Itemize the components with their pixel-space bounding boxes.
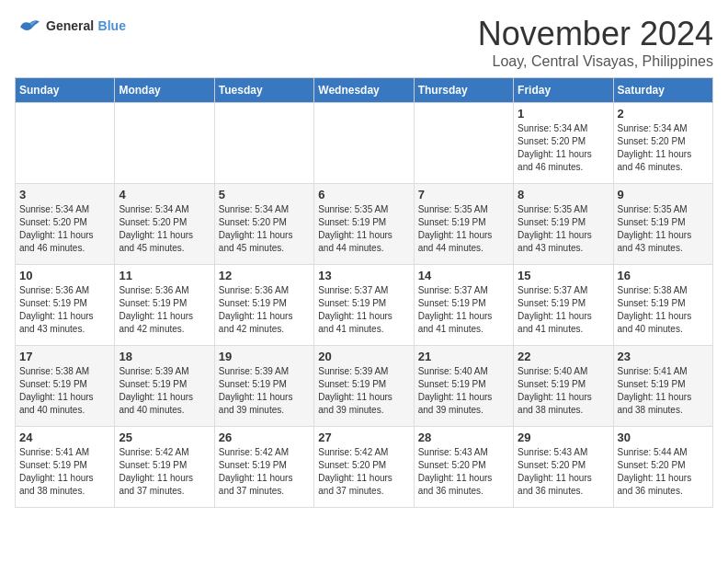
day-number: 16 [618,269,709,282]
cell-info: Sunrise: 5:42 AM Sunset: 5:20 PM Dayligh… [318,446,409,498]
calendar-cell: 8Sunrise: 5:35 AM Sunset: 5:19 PM Daylig… [514,184,613,265]
calendar-cell: 29Sunrise: 5:43 AM Sunset: 5:20 PM Dayli… [514,427,613,508]
calendar-cell: 6Sunrise: 5:35 AM Sunset: 5:19 PM Daylig… [314,184,414,265]
page-header: General Blue November 2024 Loay, Central… [15,15,713,70]
cell-info: Sunrise: 5:36 AM Sunset: 5:19 PM Dayligh… [119,284,210,336]
calendar-cell: 3Sunrise: 5:34 AM Sunset: 5:20 PM Daylig… [16,184,115,265]
day-number: 29 [518,431,609,444]
day-number: 12 [219,269,310,282]
day-number: 13 [318,269,409,282]
day-number: 5 [219,188,310,201]
calendar-cell [16,103,115,184]
cell-info: Sunrise: 5:38 AM Sunset: 5:19 PM Dayligh… [19,365,110,417]
cell-info: Sunrise: 5:40 AM Sunset: 5:19 PM Dayligh… [418,365,509,417]
day-number: 17 [19,350,110,363]
cell-info: Sunrise: 5:35 AM Sunset: 5:19 PM Dayligh… [318,203,409,255]
cell-info: Sunrise: 5:43 AM Sunset: 5:20 PM Dayligh… [418,446,509,498]
calendar-week-row: 1Sunrise: 5:34 AM Sunset: 5:20 PM Daylig… [16,103,713,184]
weekday-header: Friday [514,78,613,103]
cell-info: Sunrise: 5:43 AM Sunset: 5:20 PM Dayligh… [518,446,609,498]
calendar-cell: 26Sunrise: 5:42 AM Sunset: 5:19 PM Dayli… [214,427,313,508]
calendar-cell: 7Sunrise: 5:35 AM Sunset: 5:19 PM Daylig… [414,184,513,265]
calendar-cell: 22Sunrise: 5:40 AM Sunset: 5:19 PM Dayli… [514,346,613,427]
calendar-cell: 19Sunrise: 5:39 AM Sunset: 5:19 PM Dayli… [214,346,313,427]
calendar-cell: 30Sunrise: 5:44 AM Sunset: 5:20 PM Dayli… [613,427,712,508]
cell-info: Sunrise: 5:34 AM Sunset: 5:20 PM Dayligh… [618,122,709,174]
cell-info: Sunrise: 5:34 AM Sunset: 5:20 PM Dayligh… [219,203,310,255]
calendar-cell [115,103,214,184]
calendar-week-row: 17Sunrise: 5:38 AM Sunset: 5:19 PM Dayli… [16,346,713,427]
day-number: 21 [418,350,509,363]
calendar-cell: 9Sunrise: 5:35 AM Sunset: 5:19 PM Daylig… [613,184,712,265]
cell-info: Sunrise: 5:37 AM Sunset: 5:19 PM Dayligh… [418,284,509,336]
calendar-cell: 14Sunrise: 5:37 AM Sunset: 5:19 PM Dayli… [414,265,513,346]
day-number: 20 [318,350,409,363]
calendar-cell: 12Sunrise: 5:36 AM Sunset: 5:19 PM Dayli… [214,265,313,346]
cell-info: Sunrise: 5:37 AM Sunset: 5:19 PM Dayligh… [318,284,409,336]
cell-info: Sunrise: 5:39 AM Sunset: 5:19 PM Dayligh… [119,365,210,417]
calendar-cell: 23Sunrise: 5:41 AM Sunset: 5:19 PM Dayli… [613,346,712,427]
day-number: 26 [219,431,310,444]
cell-info: Sunrise: 5:42 AM Sunset: 5:19 PM Dayligh… [219,446,310,498]
cell-info: Sunrise: 5:38 AM Sunset: 5:19 PM Dayligh… [618,284,709,336]
calendar-cell: 10Sunrise: 5:36 AM Sunset: 5:19 PM Dayli… [16,265,115,346]
day-number: 7 [418,188,509,201]
logo-general-text: General [46,18,94,33]
calendar-cell: 20Sunrise: 5:39 AM Sunset: 5:19 PM Dayli… [314,346,414,427]
cell-info: Sunrise: 5:39 AM Sunset: 5:19 PM Dayligh… [219,365,310,417]
day-number: 11 [119,269,210,282]
logo-bird-icon [15,15,42,37]
title-section: November 2024 Loay, Central Visayas, Phi… [478,15,713,70]
weekday-header: Tuesday [214,78,313,103]
calendar-cell: 18Sunrise: 5:39 AM Sunset: 5:19 PM Dayli… [115,346,214,427]
day-number: 8 [518,188,609,201]
cell-info: Sunrise: 5:41 AM Sunset: 5:19 PM Dayligh… [618,365,709,417]
calendar-cell [414,103,513,184]
day-number: 27 [318,431,409,444]
calendar-cell: 4Sunrise: 5:34 AM Sunset: 5:20 PM Daylig… [115,184,214,265]
cell-info: Sunrise: 5:36 AM Sunset: 5:19 PM Dayligh… [219,284,310,336]
day-number: 15 [518,269,609,282]
calendar-cell: 25Sunrise: 5:42 AM Sunset: 5:19 PM Dayli… [115,427,214,508]
weekday-header: Saturday [613,78,712,103]
day-number: 1 [518,107,609,121]
cell-info: Sunrise: 5:34 AM Sunset: 5:20 PM Dayligh… [119,203,210,255]
day-number: 6 [318,188,409,201]
calendar-cell: 13Sunrise: 5:37 AM Sunset: 5:19 PM Dayli… [314,265,414,346]
weekday-header: Wednesday [314,78,414,103]
cell-info: Sunrise: 5:40 AM Sunset: 5:19 PM Dayligh… [518,365,609,417]
day-number: 23 [618,350,709,363]
calendar-cell: 17Sunrise: 5:38 AM Sunset: 5:19 PM Dayli… [16,346,115,427]
calendar-week-row: 3Sunrise: 5:34 AM Sunset: 5:20 PM Daylig… [16,184,713,265]
day-number: 30 [618,431,709,444]
weekday-header: Thursday [414,78,513,103]
day-number: 24 [19,431,110,444]
logo-blue-text: Blue [98,18,126,33]
logo: General Blue [15,15,126,37]
cell-info: Sunrise: 5:36 AM Sunset: 5:19 PM Dayligh… [19,284,110,336]
cell-info: Sunrise: 5:34 AM Sunset: 5:20 PM Dayligh… [518,122,609,174]
day-number: 2 [618,107,709,121]
cell-info: Sunrise: 5:42 AM Sunset: 5:19 PM Dayligh… [119,446,210,498]
day-number: 9 [618,188,709,201]
day-number: 3 [19,188,110,201]
day-number: 19 [219,350,310,363]
cell-info: Sunrise: 5:35 AM Sunset: 5:19 PM Dayligh… [418,203,509,255]
calendar-cell: 1Sunrise: 5:34 AM Sunset: 5:20 PM Daylig… [514,103,613,184]
weekday-header: Monday [115,78,214,103]
day-number: 4 [119,188,210,201]
calendar-week-row: 24Sunrise: 5:41 AM Sunset: 5:19 PM Dayli… [16,427,713,508]
day-number: 22 [518,350,609,363]
location-title: Loay, Central Visayas, Philippines [478,53,713,70]
calendar-cell: 2Sunrise: 5:34 AM Sunset: 5:20 PM Daylig… [613,103,712,184]
calendar-cell: 28Sunrise: 5:43 AM Sunset: 5:20 PM Dayli… [414,427,513,508]
day-number: 10 [19,269,110,282]
cell-info: Sunrise: 5:35 AM Sunset: 5:19 PM Dayligh… [618,203,709,255]
calendar-cell: 21Sunrise: 5:40 AM Sunset: 5:19 PM Dayli… [414,346,513,427]
cell-info: Sunrise: 5:39 AM Sunset: 5:19 PM Dayligh… [318,365,409,417]
cell-info: Sunrise: 5:44 AM Sunset: 5:20 PM Dayligh… [618,446,709,498]
calendar-cell [314,103,414,184]
day-number: 25 [119,431,210,444]
day-number: 18 [119,350,210,363]
weekday-header: Sunday [16,78,115,103]
